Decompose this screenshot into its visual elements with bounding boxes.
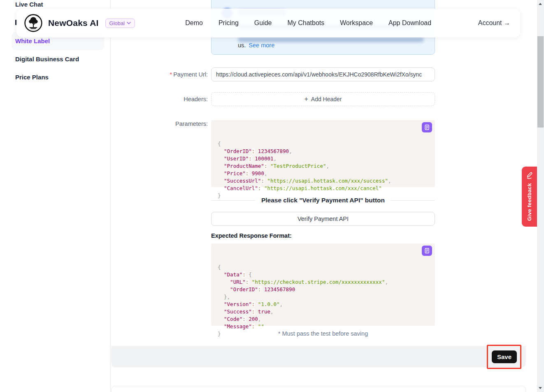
expected-response-code-block: { "Data": { "URL": "https://checkout.str… xyxy=(211,244,435,326)
copy-icon xyxy=(423,247,430,254)
page: us.See more Live Chat White Label Digita… xyxy=(0,0,544,392)
divider: Please click "Verify Payment API" button xyxy=(211,196,435,205)
copy-button[interactable] xyxy=(422,246,432,256)
payment-url-input[interactable] xyxy=(211,67,435,81)
parameters-label: Parameters: xyxy=(111,121,208,127)
verify-payment-api-button[interactable]: Verify Payment API xyxy=(211,212,435,226)
sidebar-item-digital-business-card[interactable]: Digital Business Card xyxy=(15,56,79,63)
parameters-json: { "OrderID": 1234567890, "UserID": 10000… xyxy=(218,140,428,199)
scroll-down-arrow-icon[interactable] xyxy=(539,387,542,389)
region-selector[interactable]: Global xyxy=(105,19,135,28)
divider-line xyxy=(211,200,256,201)
brand-logo-icon xyxy=(24,14,43,32)
see-more-link[interactable]: See more xyxy=(249,42,274,49)
payment-url-label: *Payment Url: xyxy=(111,71,208,78)
sidebar: Live Chat White Label Digital Business C… xyxy=(0,0,111,392)
expected-response-label: Expected Response Format: xyxy=(211,232,292,239)
brand-name: NewOaks AI xyxy=(48,18,99,28)
divider-text: Please click "Verify Payment API" button xyxy=(256,197,391,204)
parameters-code-block: { "OrderID": 1234567890, "UserID": 10000… xyxy=(211,120,435,187)
sidebar-item-price-plans[interactable]: Price Plans xyxy=(15,74,49,81)
plus-icon: + xyxy=(304,96,308,102)
divider-line xyxy=(391,200,435,201)
scrollbar-track[interactable] xyxy=(537,0,544,392)
account-button[interactable]: Account → xyxy=(478,19,510,27)
add-header-button[interactable]: + Add Header xyxy=(211,92,435,106)
pencil-icon xyxy=(525,171,534,179)
nav-item-my-chatbots[interactable]: My Chatbots xyxy=(287,19,324,27)
chevron-down-icon xyxy=(127,22,131,24)
feedback-tab-label: Give feedback xyxy=(526,183,532,221)
form-footer-bar xyxy=(111,346,526,367)
next-section-card xyxy=(111,386,526,392)
nav-links: Demo Pricing Guide My Chatbots Workspace… xyxy=(185,19,431,27)
headers-label: Headers: xyxy=(111,96,208,102)
nav-item-workspace[interactable]: Workspace xyxy=(340,19,373,27)
nav-item-app-download[interactable]: App Download xyxy=(388,19,431,27)
expected-response-json: { "Data": { "URL": "https://checkout.str… xyxy=(218,264,428,338)
nav-item-guide[interactable]: Guide xyxy=(254,19,272,27)
save-button[interactable]: Save xyxy=(492,350,517,363)
must-pass-note: * Must pass the test before saving xyxy=(211,330,435,337)
scroll-up-arrow-icon[interactable] xyxy=(539,3,542,5)
region-label: Global xyxy=(109,20,125,26)
nav-item-demo[interactable]: Demo xyxy=(185,19,203,27)
scrollbar-thumb[interactable] xyxy=(537,36,544,128)
give-feedback-tab[interactable]: Give feedback xyxy=(522,167,537,227)
required-asterisk: * xyxy=(170,71,172,78)
nav-item-pricing[interactable]: Pricing xyxy=(219,19,239,27)
copy-icon xyxy=(423,124,430,131)
reminder-trailing-text: us. xyxy=(238,42,246,49)
sidebar-item-white-label[interactable]: White Label xyxy=(15,37,50,44)
copy-button[interactable] xyxy=(422,122,432,132)
add-header-label: Add Header xyxy=(311,96,342,102)
reminder-text: us.See more xyxy=(238,42,274,49)
top-navbar: NewOaks AI Global Demo Pricing Guide My … xyxy=(16,9,520,37)
sidebar-item-live-chat[interactable]: Live Chat xyxy=(15,1,43,8)
